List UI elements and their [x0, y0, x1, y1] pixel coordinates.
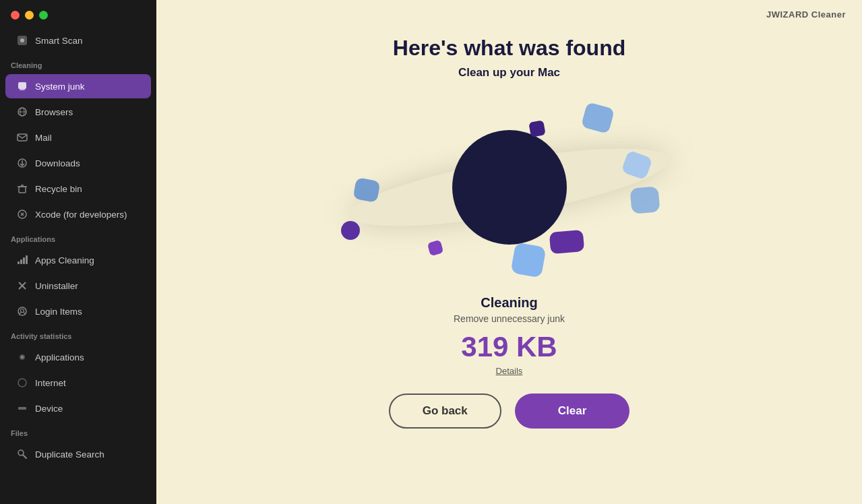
sidebar-item-internet[interactable]: Internet [5, 371, 151, 395]
clear-button[interactable]: Clear [515, 393, 630, 429]
buttons-row: Go back Clear [389, 393, 630, 429]
block-6 [341, 221, 360, 240]
smart-scan-icon [16, 34, 28, 46]
mail-icon [16, 131, 28, 144]
downloads-label: Downloads [35, 158, 80, 168]
duplicate-search-label: Duplicate Search [35, 449, 104, 460]
internet-icon [16, 377, 28, 389]
uninstaller-icon [16, 280, 28, 292]
sidebar-item-duplicate-search[interactable]: Duplicate Search [5, 442, 151, 466]
section-cleaning: Cleaning [0, 53, 156, 73]
block-1 [580, 102, 614, 134]
browsers-icon [16, 106, 28, 118]
go-back-button[interactable]: Go back [389, 393, 501, 429]
topbar: JWIZARD Cleaner [156, 0, 862, 29]
sidebar-item-browsers[interactable]: Browsers [5, 100, 151, 124]
system-junk-label: System junk [35, 82, 85, 92]
xcode-icon [16, 208, 28, 220]
sidebar-item-downloads[interactable]: Downloads [5, 151, 151, 175]
main-content: JWIZARD Cleaner Here's what was found Cl… [156, 0, 862, 504]
block-2 [528, 120, 545, 137]
system-junk-icon [16, 80, 28, 92]
traffic-lights [0, 0, 156, 28]
recycle-bin-label: Recycle bin [35, 184, 82, 194]
login-items-label: Login Items [35, 307, 82, 317]
internet-label: Internet [35, 378, 66, 388]
close-button[interactable] [11, 11, 20, 20]
sidebar-item-device[interactable]: Device [5, 396, 151, 420]
section-activity: Activity statistics [0, 324, 156, 344]
sidebar-item-recycle-bin[interactable]: Recycle bin [5, 177, 151, 201]
sidebar-item-uninstaller[interactable]: Uninstaller [5, 274, 151, 298]
planet-illustration [321, 93, 698, 282]
xcode-label: Xcode (for developers) [35, 210, 127, 220]
section-files: Files [0, 421, 156, 441]
svg-rect-16 [18, 261, 20, 264]
block-7 [427, 240, 443, 256]
svg-rect-19 [26, 255, 28, 264]
sidebar-item-smart-scan[interactable]: Smart Scan [5, 28, 151, 53]
svg-point-26 [18, 379, 26, 387]
sidebar-item-login-items[interactable]: Login Items [5, 299, 151, 323]
applications-label: Applications [35, 352, 84, 363]
app-title: JWIZARD Cleaner [766, 9, 846, 20]
sidebar-item-system-junk[interactable]: System junk [5, 74, 151, 98]
sidebar-item-applications[interactable]: Applications [5, 345, 151, 369]
block-8 [549, 230, 584, 254]
block-5 [352, 177, 380, 203]
smart-scan-label: Smart Scan [35, 36, 83, 46]
apps-cleaning-icon [16, 254, 28, 266]
svg-rect-17 [20, 259, 22, 264]
main-heading: Here's what was found [393, 36, 625, 61]
block-4 [629, 186, 660, 214]
uninstaller-label: Uninstaller [35, 281, 78, 291]
browsers-label: Browsers [35, 107, 73, 117]
applications-icon [16, 351, 28, 363]
downloads-icon [16, 157, 28, 169]
cleaning-desc: Remove unnecessary junk [454, 313, 565, 324]
svg-rect-7 [18, 134, 27, 141]
login-items-icon [16, 305, 28, 317]
sidebar-item-xcode[interactable]: Xcode (for developers) [5, 202, 151, 226]
recycle-bin-icon [16, 183, 28, 195]
size-found: 319 KB [454, 331, 565, 363]
planet [452, 130, 567, 245]
info-section: Cleaning Remove unnecessary junk 319 KB … [454, 295, 565, 376]
device-icon [16, 402, 28, 414]
sidebar: Smart Scan Cleaning System junk Browsers… [0, 0, 156, 504]
apps-cleaning-label: Apps Cleaning [35, 255, 94, 265]
svg-rect-10 [19, 187, 26, 193]
duplicate-search-icon [16, 448, 28, 460]
svg-rect-27 [18, 407, 26, 410]
sidebar-item-apps-cleaning[interactable]: Apps Cleaning [5, 248, 151, 272]
svg-rect-18 [23, 257, 25, 264]
main-subheading: Clean up your Mac [458, 66, 560, 80]
svg-point-1 [20, 38, 24, 42]
svg-rect-2 [18, 82, 26, 89]
svg-line-29 [23, 455, 26, 458]
content-area: Here's what was found Clean up your Mac [156, 29, 862, 504]
sidebar-item-mail[interactable]: Mail [5, 125, 151, 150]
minimize-button[interactable] [25, 11, 34, 20]
maximize-button[interactable] [39, 11, 48, 20]
svg-rect-3 [20, 89, 25, 90]
svg-point-25 [21, 356, 24, 358]
device-label: Device [35, 404, 63, 414]
details-link[interactable]: Details [454, 366, 565, 376]
svg-point-23 [21, 309, 24, 313]
block-9 [510, 242, 546, 278]
mail-label: Mail [35, 133, 52, 143]
cleaning-label: Cleaning [454, 295, 565, 311]
section-applications: Applications [0, 227, 156, 247]
